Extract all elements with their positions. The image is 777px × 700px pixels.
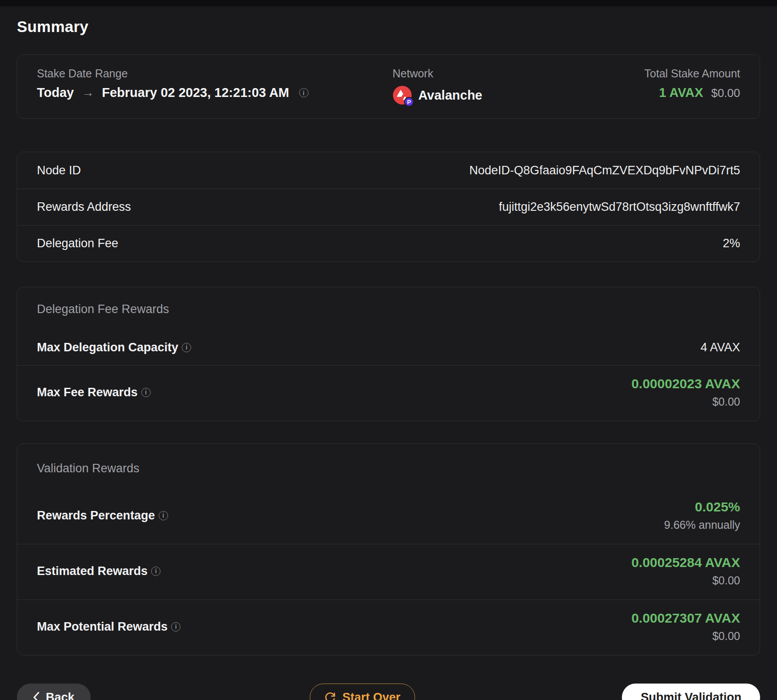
rewards-percentage-label: Rewards Percentage i [37, 509, 168, 523]
node-details-card: Node ID NodeID-Q8Gfaaio9FAqCmZVEXDq9bFvN… [17, 152, 760, 262]
total-stake-amount: 1 AVAX [659, 85, 703, 100]
table-row-node-id: Node ID NodeID-Q8Gfaaio9FAqCmZVEXDq9bFvN… [17, 152, 760, 189]
total-stake-usd: $0.00 [711, 86, 740, 100]
node-id-label: Node ID [37, 164, 81, 177]
info-icon[interactable]: i [299, 88, 308, 97]
estimated-rewards-label: Estimated Rewards i [37, 564, 160, 578]
network-value: P Avalanche [393, 85, 645, 105]
total-stake-label: Total Stake Amount [645, 67, 740, 80]
validation-rewards-title: Validation Rewards [17, 462, 760, 475]
back-button-label: Back [46, 691, 75, 700]
chevron-left-icon [33, 692, 40, 700]
table-row-rewards-address: Rewards Address fujittgi2e3k56enytwSd78r… [17, 189, 760, 225]
max-delegation-capacity-label: Max Delegation Capacity i [37, 341, 191, 354]
node-id-value: NodeID-Q8Gfaaio9FAqCmZVEXDq9bFvNPvDi7rt5 [469, 164, 740, 177]
max-fee-rewards-usd: $0.00 [631, 395, 740, 408]
network-name: Avalanche [418, 88, 482, 103]
max-delegation-capacity-row: Max Delegation Capacity i 4 AVAX [17, 330, 760, 365]
max-fee-rewards-text: Max Fee Rewards [37, 386, 138, 399]
submit-validation-button[interactable]: Submit Validation [622, 684, 760, 700]
info-icon[interactable]: i [182, 343, 191, 352]
max-fee-rewards-label: Max Fee Rewards i [37, 386, 151, 399]
max-potential-rewards-text: Max Potential Rewards [37, 620, 168, 634]
start-over-button[interactable]: Start Over [310, 684, 415, 700]
stake-date-range-label: Stake Date Range [37, 67, 393, 80]
max-potential-rewards-value-block: 0.00027307 AVAX $0.00 [631, 611, 740, 643]
network-label: Network [393, 67, 645, 80]
summary-overview-card: Stake Date Range Today → February 02 202… [17, 54, 760, 119]
max-fee-rewards-value-block: 0.00002023 AVAX $0.00 [631, 376, 740, 408]
delegation-fee-rewards-title: Delegation Fee Rewards [17, 302, 760, 316]
rewards-percentage-value: 0.025% [664, 499, 740, 515]
delegation-fee-value: 2% [723, 237, 740, 250]
max-potential-rewards-row: Max Potential Rewards i 0.00027307 AVAX … [17, 599, 760, 655]
stake-date-range-field: Stake Date Range Today → February 02 202… [37, 67, 393, 100]
rewards-percentage-value-block: 0.025% 9.66% annually [664, 499, 740, 531]
max-delegation-capacity-text: Max Delegation Capacity [37, 341, 178, 354]
network-field: Network P Avalanche [393, 67, 645, 105]
top-edge-strip [0, 0, 777, 6]
max-potential-rewards-usd: $0.00 [631, 630, 740, 643]
action-bar: Back Start Over Submit Validation [17, 683, 760, 700]
estimated-rewards-value-block: 0.00025284 AVAX $0.00 [631, 555, 740, 587]
rewards-percentage-annual: 9.66% annually [664, 519, 740, 531]
total-stake-value: 1 AVAX $0.00 [645, 85, 740, 100]
rewards-percentage-text: Rewards Percentage [37, 509, 155, 523]
max-fee-rewards-value: 0.00002023 AVAX [631, 376, 740, 391]
page-title: Summary [17, 18, 760, 36]
info-icon[interactable]: i [159, 511, 168, 520]
estimated-rewards-row: Estimated Rewards i 0.00025284 AVAX $0.0… [17, 544, 760, 599]
submit-validation-label: Submit Validation [641, 691, 741, 700]
start-over-button-label: Start Over [342, 691, 401, 700]
rewards-percentage-row: Rewards Percentage i 0.025% 9.66% annual… [17, 489, 760, 544]
total-stake-field: Total Stake Amount 1 AVAX $0.00 [645, 67, 740, 100]
estimated-rewards-text: Estimated Rewards [37, 564, 148, 578]
p-chain-badge: P [404, 97, 414, 107]
estimated-rewards-usd: $0.00 [631, 574, 740, 587]
avalanche-network-icon: P [393, 85, 412, 105]
info-icon[interactable]: i [151, 567, 160, 576]
max-delegation-capacity-value: 4 AVAX [701, 341, 740, 354]
validation-rewards-card: Validation Rewards Rewards Percentage i … [17, 443, 760, 656]
delegation-fee-rewards-card: Delegation Fee Rewards Max Delegation Ca… [17, 287, 760, 421]
max-potential-rewards-value: 0.00027307 AVAX [631, 611, 740, 626]
info-icon[interactable]: i [171, 622, 180, 632]
back-button[interactable]: Back [17, 684, 91, 700]
max-fee-rewards-row: Max Fee Rewards i 0.00002023 AVAX $0.00 [17, 365, 760, 421]
rewards-address-label: Rewards Address [37, 200, 131, 214]
stake-date-range-value: Today → February 02 2023, 12:21:03 AM i [37, 85, 393, 100]
table-row-delegation-fee: Delegation Fee 2% [17, 225, 760, 261]
restart-icon [324, 692, 336, 700]
delegation-fee-label: Delegation Fee [37, 237, 118, 250]
stake-date-to: February 02 2023, 12:21:03 AM [102, 85, 289, 100]
arrow-right-icon: → [80, 86, 96, 100]
info-icon[interactable]: i [141, 388, 151, 397]
max-potential-rewards-label: Max Potential Rewards i [37, 620, 180, 634]
estimated-rewards-value: 0.00025284 AVAX [631, 555, 740, 570]
rewards-address-value: fujittgi2e3k56enytwSd78rtOtsq3izg8wnftff… [499, 200, 740, 214]
stake-date-from: Today [37, 85, 74, 100]
